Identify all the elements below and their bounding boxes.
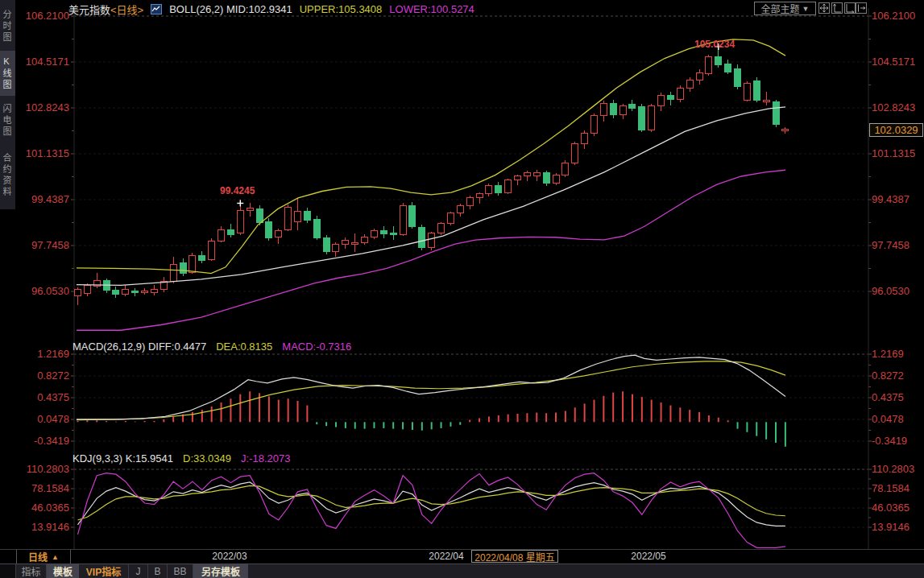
kdj-d-value: D:33.0349 <box>183 452 231 464</box>
period-selector-button[interactable]: 日线 ▲ <box>16 550 71 564</box>
last-price-badge: 102.0329 <box>869 123 923 137</box>
boll-upper-value: UPPER:105.3408 <box>300 3 383 15</box>
date-label: 2022/05 <box>631 551 665 562</box>
pop-out-icon[interactable] <box>856 2 867 14</box>
boll-mid-value: BOLL(26,2) MID:102.9341 <box>169 3 292 15</box>
swing-high-price-label: 99.4245 <box>220 185 255 196</box>
date-label: 2022/03 <box>212 551 247 562</box>
crosshair-date-box: 2022/04/08 星期五 <box>471 550 558 563</box>
trading-app-window: { "header": { "symbol": "美元指数", "period"… <box>0 0 924 578</box>
toolbar-item-b[interactable]: B <box>148 564 168 578</box>
triangle-up-icon: ▲ <box>52 553 59 561</box>
toolbar-item-bb[interactable]: BB <box>168 564 193 578</box>
kdj-panel-header: KDJ(9,3,3) K:15.9541 D:33.0349 J:-18.207… <box>73 452 290 464</box>
symbol-name: 美元指数 <box>68 4 110 16</box>
candlestick-chart-canvas[interactable] <box>0 0 924 578</box>
chart-header: 美元指数<日线> BOLL(26,2) MID:102.9341 UPPER:1… <box>68 2 474 16</box>
toolbar-item-vip-indicators[interactable]: VIP指标 <box>79 564 129 578</box>
toolbar-item-template[interactable]: 模板 <box>47 564 79 578</box>
toolbar-corner <box>0 564 16 578</box>
theme-dropdown[interactable]: 全部主题 ▼ <box>754 2 816 15</box>
toolbar-item-indicators[interactable]: 指标 <box>16 564 47 578</box>
macd-value: MACD:-0.7316 <box>282 341 351 353</box>
toolbar-item-j[interactable]: J <box>129 564 148 578</box>
chevron-down-icon: ▼ <box>802 5 810 13</box>
kdj-j-value: J:-18.2073 <box>241 452 290 464</box>
macd-dea-value: DEA:0.8135 <box>216 341 272 353</box>
macd-diff-value: MACD(26,12,9) DIFF:0.4477 <box>73 341 206 353</box>
period-label: 日线 <box>28 550 48 564</box>
bottom-toolbar: 指标 模板 VIP指标 J B BB 另存模板 <box>0 564 924 578</box>
boll-indicator-icon[interactable] <box>151 4 162 14</box>
peak-price-label: 105.0234 <box>694 39 735 50</box>
toolbar-item-save-template[interactable]: 另存模板 <box>193 564 248 578</box>
date-label: 2022/04 <box>429 551 463 562</box>
symbol-period: <日线> <box>110 4 143 16</box>
symbol-title: 美元指数<日线> <box>68 2 143 17</box>
macd-panel-header: MACD(26,12,9) DIFF:0.4477 DEA:0.8135 MAC… <box>73 341 351 353</box>
theme-dropdown-label: 全部主题 <box>761 2 800 15</box>
x-axis-scale-icon[interactable] <box>844 2 856 14</box>
boll-lower-value: LOWER:100.5274 <box>389 3 474 15</box>
kdj-k-value: KDJ(9,3,3) K:15.9541 <box>73 452 173 464</box>
time-axis: 日线 ▲ 2022/03 2022/04 2022/05 2022/04/08 … <box>0 549 924 564</box>
y-axis-scale-icon[interactable] <box>831 2 843 14</box>
pan-tool-icon[interactable] <box>818 2 830 14</box>
